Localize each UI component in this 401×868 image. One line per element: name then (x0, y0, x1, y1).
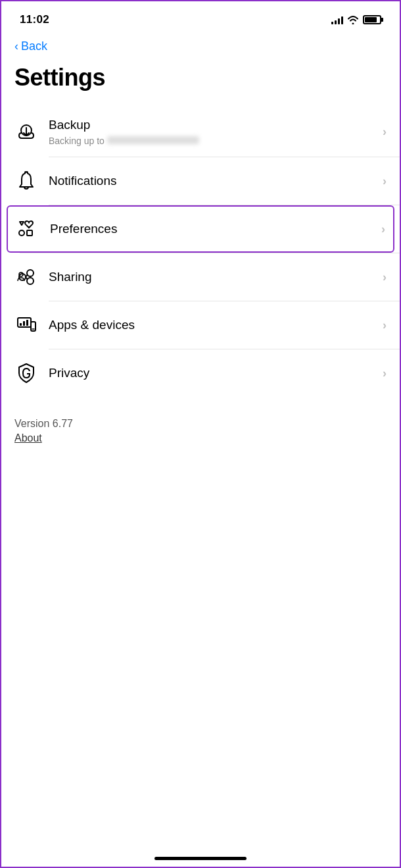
menu-item-apps-devices[interactable]: Apps & devices › (1, 301, 400, 349)
svg-rect-11 (23, 321, 25, 326)
svg-point-4 (27, 270, 34, 276)
about-link[interactable]: About (14, 432, 42, 444)
back-button[interactable]: ‹ Back (1, 34, 400, 59)
menu-item-sharing[interactable]: Sharing › (1, 253, 400, 301)
svg-rect-13 (31, 322, 35, 331)
apps-devices-icon (14, 313, 38, 337)
backup-icon (14, 120, 38, 144)
privacy-icon (14, 361, 38, 385)
status-icons (331, 15, 381, 24)
preferences-title: Preferences (50, 222, 376, 236)
apps-devices-title: Apps & devices (49, 318, 377, 332)
notifications-icon (14, 169, 38, 193)
sharing-icon (14, 265, 38, 289)
svg-rect-2 (27, 230, 32, 236)
home-indicator (154, 857, 247, 860)
notifications-chevron-icon: › (383, 174, 387, 188)
preferences-icon (16, 217, 39, 241)
svg-point-3 (19, 274, 26, 280)
menu-item-preferences[interactable]: Preferences › (7, 205, 394, 253)
notifications-title: Notifications (49, 174, 377, 188)
backup-blurred-text (107, 136, 199, 144)
battery-icon (363, 15, 381, 24)
back-chevron-icon: ‹ (14, 39, 18, 53)
wifi-icon (347, 15, 359, 24)
svg-line-6 (26, 274, 28, 277)
sharing-title: Sharing (49, 270, 377, 284)
svg-point-1 (19, 230, 24, 236)
back-label: Back (21, 39, 47, 53)
settings-menu: Backup Backing up to › Notifications › (1, 107, 400, 397)
svg-rect-12 (26, 320, 28, 326)
backup-chevron-icon: › (383, 125, 387, 139)
privacy-chevron-icon: › (383, 367, 387, 380)
backup-subtitle: Backing up to (49, 134, 377, 146)
version-section: Version 6.77 About (1, 397, 400, 455)
svg-line-7 (26, 277, 28, 280)
backup-title: Backup (49, 118, 377, 132)
menu-item-privacy[interactable]: Privacy › (1, 349, 400, 397)
menu-item-backup[interactable]: Backup Backing up to › (1, 107, 400, 157)
page-title: Settings (1, 59, 400, 107)
svg-rect-10 (20, 323, 22, 326)
privacy-title: Privacy (49, 366, 377, 380)
version-label: Version 6.77 (14, 418, 387, 430)
preferences-chevron-icon: › (381, 222, 385, 236)
apps-devices-chevron-icon: › (383, 319, 387, 332)
sharing-chevron-icon: › (383, 270, 387, 284)
status-bar: 11:02 (1, 1, 400, 34)
status-time: 11:02 (20, 13, 49, 26)
menu-item-notifications[interactable]: Notifications › (1, 157, 400, 205)
signal-icon (331, 15, 343, 24)
svg-point-5 (27, 278, 34, 284)
